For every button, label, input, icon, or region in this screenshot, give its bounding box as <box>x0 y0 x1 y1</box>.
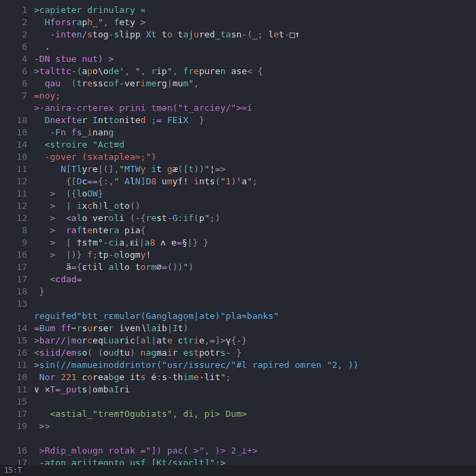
line-number: 6 <box>0 65 27 78</box>
line-number: 11 <box>0 384 27 396</box>
line-number: 18 <box>0 114 27 126</box>
line-number: 17 <box>0 273 27 286</box>
line-number: 2 <box>0 16 27 29</box>
code-line[interactable]: >Rdip_mlougn rotak ="]) pac( >", )> 2_⊥+… <box>34 445 476 457</box>
cursor-position: 15:T <box>4 466 22 475</box>
line-number: 6 <box>0 41 27 53</box>
code-line[interactable]: >> <box>34 420 476 432</box>
line-number: 4 <box>0 53 27 65</box>
line-number: 11 <box>0 359 27 371</box>
line-number: 11 <box>0 188 27 200</box>
code-line[interactable]: ã={ɛtil allo torm∅=())") <box>34 261 476 273</box>
code-line[interactable]: >bar//|morceqLuaric[al|ate ctrie,=]>γ{-} <box>34 335 476 347</box>
code-line[interactable]: > |)} f;tp-ologmy! <box>34 249 476 261</box>
code-line[interactable]: > | †s†m°-cia,ᴇi|a8 ᴧ e=§|} } <box>34 237 476 249</box>
line-number: 16 <box>0 249 27 261</box>
code-line[interactable]: =noy; <box>34 90 476 102</box>
line-number <box>0 432 27 445</box>
line-number: 15 <box>0 396 27 408</box>
code-line[interactable]: {[Dc=={:," AlN]D8 umyf! ints("1)ꜝa"; <box>34 175 476 188</box>
line-number: 10 <box>0 151 27 163</box>
line-number: 16 <box>0 445 27 457</box>
line-number: 12 <box>0 212 27 224</box>
line-number: 19 <box>0 420 27 432</box>
code-line[interactable]: qau (tresscof-verimerg|mum", <box>34 78 476 90</box>
line-number: 14 <box>0 139 27 151</box>
code-line[interactable] <box>34 298 476 310</box>
code-line[interactable]: <cdad= <box>34 273 476 286</box>
line-number: 11 <box>0 163 27 175</box>
line-number: 12 <box>0 175 27 188</box>
line-number: 13 <box>0 298 27 310</box>
line-number-gutter: 1226466718101410111211121289161717181314… <box>0 4 34 476</box>
code-line[interactable]: -DN stue nut) > <box>34 53 476 65</box>
code-line[interactable]: -inten/stog-slipp Xt to tajured_tasn-(_;… <box>34 29 476 41</box>
code-line[interactable]: N[Tlyre|(],"MTWy it gæ([t))"¦=> <box>34 163 476 175</box>
code-line[interactable]: > <alo veroli (-{rest-G:if(p";) <box>34 212 476 224</box>
code-line[interactable]: } <box>34 286 476 298</box>
code-line[interactable]: =Bum ff−rsurser iven∖laib|It) <box>34 322 476 335</box>
line-number: 16 <box>0 347 27 359</box>
line-number <box>0 102 27 114</box>
code-line[interactable]: -gover (sxataplea≈;") <box>34 151 476 163</box>
code-line[interactable]: Hforsraph_", fety > <box>34 16 476 29</box>
line-number: 6 <box>0 78 27 90</box>
code-line[interactable] <box>34 432 476 445</box>
line-number: 9 <box>0 237 27 249</box>
line-number: 14 <box>0 322 27 335</box>
line-number: 17 <box>0 408 27 420</box>
line-number: 7 <box>0 90 27 102</box>
line-number: 8 <box>0 224 27 237</box>
line-number: 17 <box>0 261 27 273</box>
line-number <box>0 310 27 322</box>
code-line[interactable]: Dnexfter Inttonited ;= FEiX } <box>34 114 476 126</box>
code-line[interactable]: >talttc-(apo\ode', ", rip", frepuren ase… <box>34 65 476 78</box>
line-number: 12 <box>0 200 27 212</box>
code-editor: 1226466718101410111211121289161717181314… <box>0 0 476 476</box>
line-number: 10 <box>0 371 27 384</box>
code-line[interactable]: . <box>34 41 476 53</box>
code-line[interactable]: reguifed"btt_rɛmulər(Ganglago̩m|ate)"pla… <box>34 310 476 322</box>
line-number: 15 <box>0 335 27 347</box>
code-line[interactable]: Nor 221 coreabge its é:s-thime·lit"; <box>34 371 476 384</box>
code-line[interactable]: <astial_"trem†Ogubiats", di, pi> Dum> <box>34 408 476 420</box>
code-line[interactable]: > | ixch)l_oto() <box>34 200 476 212</box>
line-number: 10 <box>0 126 27 139</box>
code-line[interactable]: > raftentera pia{ <box>34 224 476 237</box>
code-area[interactable]: >capieter drinulary « Hforsraph_", fety … <box>34 4 476 476</box>
line-number: 18 <box>0 286 27 298</box>
line-number: 2 <box>0 29 27 41</box>
code-line[interactable]: -Fn fs_inang <box>34 126 476 139</box>
code-line[interactable]: <siid/emso( (oudtu) nagmair estpotrs- } <box>34 347 476 359</box>
code-line[interactable]: <stroire "Act≡d <box>34 139 476 151</box>
code-line[interactable]: > ({loOW} <box>34 188 476 200</box>
code-line[interactable]: >capieter drinulary « <box>34 4 476 16</box>
status-bar: 15:T <box>0 465 476 476</box>
line-number: 1 <box>0 4 27 16</box>
code-line[interactable]: >sin(//mamueinoddrintor("usr/issurec/"#l… <box>34 359 476 371</box>
code-line[interactable]: >·anira-crterex prini tmən("t_arciey/">≈… <box>34 102 476 114</box>
code-line[interactable] <box>34 396 476 408</box>
code-line[interactable]: ∨ ✕T=_puts|ombaIri <box>34 384 476 396</box>
